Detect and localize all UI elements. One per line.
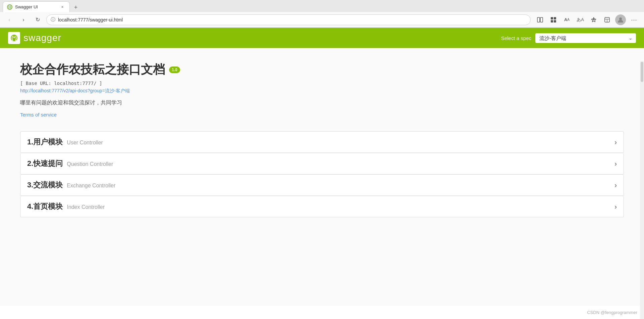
controller-sub-2: Question Controller xyxy=(67,161,113,167)
controller-left-1: 1.用户模块 User Controller xyxy=(27,137,103,147)
controller-sub-1: User Controller xyxy=(67,140,103,146)
controller-sub-4: Index Controller xyxy=(67,204,105,210)
collections-icon[interactable] xyxy=(601,14,613,26)
tab-favicon xyxy=(7,4,12,10)
text-size-icon[interactable]: AA xyxy=(561,14,573,26)
api-title: 校企合作农技耘之接口文档 xyxy=(20,61,165,78)
back-button[interactable]: ‹ xyxy=(4,14,15,25)
svg-rect-4 xyxy=(540,17,543,22)
controller-header-3[interactable]: 3.交流模块 Exchange Controller › xyxy=(20,175,624,196)
svg-rect-3 xyxy=(537,17,540,22)
chevron-right-icon-1: › xyxy=(614,138,617,146)
forward-button[interactable]: › xyxy=(18,14,29,25)
scrollbar[interactable] xyxy=(640,61,644,319)
controller-left-3: 3.交流模块 Exchange Controller xyxy=(27,180,115,190)
controller-item[interactable]: 2.快速提问 Question Controller › xyxy=(20,153,624,175)
controller-item[interactable]: 1.用户模块 User Controller › xyxy=(20,131,624,153)
chevron-right-icon-3: › xyxy=(614,181,617,189)
swagger-logo-text: swagger xyxy=(23,33,61,43)
api-docs-link[interactable]: http://localhost:7777/v2/api-docs?group=… xyxy=(20,88,624,94)
tab-close-button[interactable]: × xyxy=(59,4,65,10)
url-text: localhost:7777/swagger-ui.html xyxy=(58,17,123,22)
tab-bar: Swagger UI × + xyxy=(0,0,644,12)
tab-title: Swagger UI xyxy=(15,4,57,9)
api-description: 哪里有问题的欢迎和我交流探讨，共同学习 xyxy=(20,99,624,106)
active-tab[interactable]: Swagger UI × xyxy=(3,1,70,12)
controller-header-4[interactable]: 4.首页模块 Index Controller › xyxy=(20,196,624,217)
spec-select[interactable]: 流沙-客户端 xyxy=(535,33,636,43)
controllers-list: 1.用户模块 User Controller › 2.快速提问 Question… xyxy=(20,131,624,217)
main-content: 校企合作农技耘之接口文档 1.0 [ Base URL: localhost:7… xyxy=(0,48,644,306)
spec-selector: Select a spec 流沙-客户端 ⌄ xyxy=(501,33,636,43)
controller-name-3: 3.交流模块 xyxy=(27,180,63,190)
split-screen-icon[interactable] xyxy=(534,14,546,26)
more-menu-icon[interactable]: ⋯ xyxy=(628,14,640,26)
controller-item[interactable]: 4.首页模块 Index Controller › xyxy=(20,196,624,217)
svg-text:{*}: {*} xyxy=(11,35,17,41)
controller-name-4: 4.首页模块 xyxy=(27,201,63,212)
apps-icon[interactable] xyxy=(547,14,559,26)
new-tab-button[interactable]: + xyxy=(71,3,80,12)
chevron-right-icon-4: › xyxy=(614,203,617,211)
controller-name-2: 2.快速提问 xyxy=(27,158,63,169)
controller-sub-3: Exchange Controller xyxy=(67,183,115,189)
swagger-logo: {*} swagger xyxy=(8,32,61,44)
info-icon: ⓘ xyxy=(51,17,55,23)
spec-select-wrapper[interactable]: 流沙-客户端 ⌄ xyxy=(535,33,636,43)
terms-of-service-link[interactable]: Terms of service xyxy=(20,112,57,118)
controller-header-1[interactable]: 1.用户模块 User Controller › xyxy=(20,132,624,153)
controller-name-1: 1.用户模块 xyxy=(27,137,63,147)
controller-left-4: 4.首页模块 Index Controller xyxy=(27,201,105,212)
avatar xyxy=(615,14,626,25)
scrollbar-thumb[interactable] xyxy=(641,62,643,82)
favorites-add-icon[interactable] xyxy=(588,14,600,26)
controller-header-2[interactable]: 2.快速提问 Question Controller › xyxy=(20,153,624,174)
spec-selector-label: Select a spec xyxy=(501,35,531,41)
svg-point-14 xyxy=(619,17,622,20)
svg-rect-8 xyxy=(554,20,556,22)
svg-rect-7 xyxy=(551,20,553,22)
browser-chrome: Swagger UI × + ‹ › ↻ ⓘ localhost:7777/sw… xyxy=(0,0,644,28)
api-info: 校企合作农技耘之接口文档 1.0 [ Base URL: localhost:7… xyxy=(20,61,624,118)
translate-icon[interactable]: あA xyxy=(574,14,586,26)
profile-icon[interactable] xyxy=(614,14,627,26)
version-badge: 1.0 xyxy=(169,66,180,73)
watermark: CSDN @fengprogrammer xyxy=(587,310,637,315)
chevron-right-icon-2: › xyxy=(614,160,617,168)
address-bar: ‹ › ↻ ⓘ localhost:7777/swagger-ui.html xyxy=(0,12,644,28)
swagger-header: {*} swagger Select a spec 流沙-客户端 ⌄ xyxy=(0,28,644,48)
swagger-logo-icon: {*} xyxy=(8,32,20,44)
refresh-button[interactable]: ↻ xyxy=(32,14,43,25)
toolbar-icons: AA あA xyxy=(534,14,640,26)
url-bar[interactable]: ⓘ localhost:7777/swagger-ui.html xyxy=(46,14,531,25)
controller-item[interactable]: 3.交流模块 Exchange Controller › xyxy=(20,175,624,196)
controller-left-2: 2.快速提问 Question Controller xyxy=(27,158,113,169)
api-title-row: 校企合作农技耘之接口文档 1.0 xyxy=(20,61,624,78)
base-url: [ Base URL: localhost:7777/ ] xyxy=(20,81,624,86)
svg-rect-5 xyxy=(551,17,553,19)
svg-rect-6 xyxy=(554,17,556,19)
